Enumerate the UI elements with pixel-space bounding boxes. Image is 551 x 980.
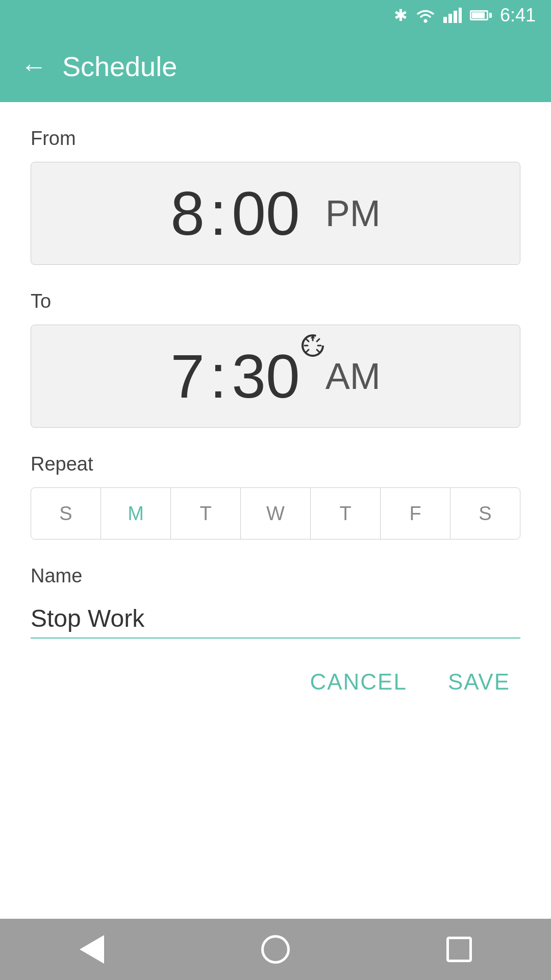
from-section: From 8 : 00 PM	[31, 128, 520, 265]
to-label: To	[31, 290, 520, 312]
to-hour: 7	[170, 346, 205, 407]
svg-rect-1	[443, 17, 447, 23]
day-friday[interactable]: F	[381, 488, 450, 539]
repeat-label: Repeat	[31, 453, 520, 475]
nav-back-button[interactable]	[71, 929, 112, 970]
nav-back-icon	[80, 935, 104, 964]
svg-rect-2	[448, 14, 452, 23]
back-button[interactable]: ←	[20, 51, 47, 82]
svg-rect-3	[454, 11, 457, 23]
to-section: To 7 : 30	[31, 290, 520, 428]
svg-line-13	[306, 350, 309, 352]
name-section: Name	[31, 565, 520, 639]
sleep-icon	[297, 330, 328, 362]
status-time: 6:41	[500, 5, 536, 26]
to-minutes: 30	[232, 346, 299, 407]
app-bar: ← Schedule	[0, 31, 551, 102]
from-label: From	[31, 128, 520, 150]
from-ampm: PM	[325, 192, 381, 234]
day-tuesday[interactable]: T	[171, 488, 241, 539]
days-row: S M T W T F S	[31, 487, 520, 540]
day-sunday[interactable]: S	[31, 488, 101, 539]
svg-line-8	[317, 339, 319, 341]
nav-home-button[interactable]	[255, 929, 296, 970]
name-label: Name	[31, 565, 520, 587]
status-icons: ✱ 6:41	[394, 5, 536, 26]
battery-icon	[470, 10, 492, 20]
from-time-display: 8 : 00 PM	[170, 183, 381, 244]
day-monday[interactable]: M	[101, 488, 171, 539]
cancel-button[interactable]: CANCEL	[310, 669, 407, 695]
from-time-picker[interactable]: 8 : 00 PM	[31, 162, 520, 265]
main-content: From 8 : 00 PM To 7 : 30	[0, 102, 551, 710]
nav-bar	[0, 919, 551, 980]
save-button[interactable]: SAVE	[448, 669, 510, 695]
bluetooth-icon: ✱	[394, 6, 408, 25]
signal-icon	[443, 8, 462, 23]
svg-line-10	[317, 350, 319, 352]
name-input[interactable]	[31, 604, 520, 632]
repeat-section: Repeat S M T W T F S	[31, 453, 520, 540]
nav-recents-icon	[446, 937, 472, 962]
svg-point-0	[423, 19, 427, 23]
day-wednesday[interactable]: W	[241, 488, 311, 539]
to-colon: :	[210, 346, 227, 407]
status-bar: ✱ 6:41	[0, 0, 551, 31]
to-ampm: AM	[325, 355, 381, 397]
action-buttons: CANCEL SAVE	[31, 669, 520, 695]
to-time-display: 7 : 30	[170, 346, 381, 407]
to-time-picker[interactable]: 7 : 30	[31, 325, 520, 428]
day-saturday[interactable]: S	[450, 488, 520, 539]
svg-line-11	[306, 339, 309, 341]
from-minutes: 00	[232, 183, 299, 244]
from-hour: 8	[170, 183, 205, 244]
day-thursday[interactable]: T	[311, 488, 381, 539]
nav-recents-button[interactable]	[439, 929, 480, 970]
from-colon: :	[210, 183, 227, 244]
page-title: Schedule	[62, 51, 177, 82]
name-input-container	[31, 599, 520, 639]
svg-rect-4	[459, 8, 462, 23]
wifi-icon	[416, 8, 435, 23]
nav-home-icon	[261, 935, 290, 964]
